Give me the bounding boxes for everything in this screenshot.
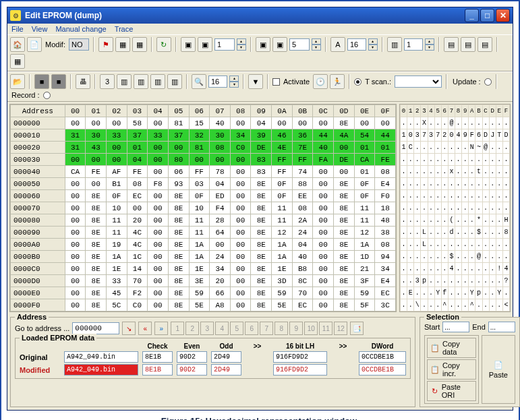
stop-a-icon[interactable]: ■	[34, 74, 49, 89]
hex-cell[interactable]: 70	[127, 275, 148, 287]
ascii-cell[interactable]: .	[448, 142, 455, 154]
hex-cell[interactable]: 1E	[106, 263, 127, 275]
ascii-cell[interactable]: T	[496, 129, 502, 142]
hex-cell[interactable]: 00	[230, 275, 251, 287]
ascii-cell[interactable]: L	[421, 227, 428, 239]
ascii-grid[interactable]: 0123456789ABCDEF...X...@........10373720…	[399, 104, 511, 312]
hex-cell[interactable]: 04	[251, 117, 272, 129]
hex-cell[interactable]: 19	[106, 239, 127, 251]
hex-cell[interactable]: 8E	[168, 251, 189, 263]
hex-cell[interactable]: 59	[272, 287, 293, 299]
ascii-cell[interactable]: .	[441, 166, 448, 178]
hex-cell[interactable]: 00	[230, 190, 251, 202]
ascii-cell[interactable]: 4	[448, 263, 455, 275]
ascii-cell[interactable]: x	[448, 166, 455, 178]
hex-cell[interactable]: 00	[313, 299, 334, 311]
hex-cell[interactable]: 00	[65, 275, 86, 287]
ascii-cell[interactable]: .	[414, 142, 421, 154]
hex-cell[interactable]: 8E	[251, 299, 272, 311]
stop-b-icon[interactable]: ■	[51, 74, 66, 89]
panel-nav-d-icon[interactable]: ▣	[272, 37, 287, 52]
view1-icon[interactable]: ▥	[117, 74, 132, 89]
ascii-cell[interactable]: .	[462, 117, 469, 129]
ascii-cell[interactable]: .	[434, 299, 441, 311]
ascii-cell[interactable]: f	[441, 287, 448, 299]
hex-cell[interactable]: 8E	[168, 263, 189, 275]
ascii-cell[interactable]: C	[407, 142, 414, 154]
ascii-cell[interactable]: @	[448, 117, 455, 129]
hex-cell[interactable]: 00	[148, 117, 169, 129]
hex-cell[interactable]: 8E	[168, 299, 189, 311]
ascii-cell[interactable]: .	[448, 202, 455, 214]
ascii-cell[interactable]: .	[401, 214, 407, 227]
ascii-cell[interactable]: .	[482, 287, 489, 299]
hex-cell[interactable]: 59	[354, 287, 375, 299]
ascii-cell[interactable]: .	[469, 117, 475, 129]
ascii-cell[interactable]: .	[455, 190, 462, 202]
doc-icon[interactable]: 📄	[27, 37, 42, 52]
ascii-cell[interactable]: .	[462, 263, 469, 275]
hex-cell[interactable]: 00	[230, 263, 251, 275]
hex-cell[interactable]: DE	[334, 154, 355, 166]
ascii-cell[interactable]: .	[428, 166, 434, 178]
ascii-cell[interactable]: .	[428, 263, 434, 275]
modif-field[interactable]	[69, 38, 89, 51]
ascii-cell[interactable]: .	[421, 154, 428, 166]
ascii-cell[interactable]: .	[401, 227, 407, 239]
ascii-cell[interactable]: .	[496, 202, 502, 214]
open-icon[interactable]: 📂	[10, 74, 25, 89]
hex-cell[interactable]: 1E	[272, 263, 293, 275]
ascii-cell[interactable]: .	[428, 117, 434, 129]
tscan-select[interactable]	[395, 76, 442, 88]
ascii-cell[interactable]: 8	[502, 227, 509, 239]
hex-cell[interactable]: 8E	[168, 275, 189, 287]
ascii-cell[interactable]: .	[469, 202, 475, 214]
hex-cell[interactable]: C0	[230, 142, 251, 154]
ascii-cell[interactable]: .	[489, 239, 496, 251]
ascii-cell[interactable]: H	[502, 214, 509, 227]
hex-cell[interactable]: 0F	[272, 178, 293, 190]
hex-cell[interactable]: 8E	[334, 263, 355, 275]
hex-cell[interactable]: 8E	[334, 178, 355, 190]
ascii-cell[interactable]: .	[434, 239, 441, 251]
ascii-cell[interactable]: .	[407, 117, 414, 129]
ascii-cell[interactable]: .	[489, 190, 496, 202]
ascii-cell[interactable]: .	[469, 239, 475, 251]
spin3-field[interactable]	[347, 38, 366, 51]
hex-cell[interactable]: 00	[230, 287, 251, 299]
ascii-cell[interactable]: .	[407, 299, 414, 311]
ascii-cell[interactable]: .	[455, 275, 462, 287]
ascii-cell[interactable]: .	[434, 178, 441, 190]
hex-cell[interactable]: 00	[230, 166, 251, 178]
hex-cell[interactable]: 28	[210, 214, 231, 227]
ascii-cell[interactable]: .	[482, 214, 489, 227]
hex-cell[interactable]: 00	[313, 117, 334, 129]
hex-cell[interactable]: 8E	[251, 178, 272, 190]
hex-cell[interactable]: 0F	[189, 190, 210, 202]
hex-cell[interactable]: 1A	[189, 251, 210, 263]
ascii-cell[interactable]: .	[414, 263, 421, 275]
ascii-cell[interactable]: .	[421, 202, 428, 214]
activate-checkbox[interactable]	[272, 78, 280, 86]
hex-cell[interactable]: 00	[106, 142, 127, 154]
ascii-cell[interactable]: .	[475, 202, 482, 214]
hex-cell[interactable]: 8E	[334, 299, 355, 311]
hex-cell[interactable]: 00	[148, 214, 169, 227]
ascii-cell[interactable]: .	[462, 214, 469, 227]
hex-cell[interactable]: 00	[148, 227, 169, 239]
hex-cell[interactable]: 00	[375, 117, 396, 129]
ascii-cell[interactable]: .	[421, 214, 428, 227]
ascii-cell[interactable]: .	[502, 154, 509, 166]
ascii-cell[interactable]: .	[421, 142, 428, 154]
ascii-cell[interactable]: .	[401, 287, 407, 299]
ascii-cell[interactable]: .	[482, 263, 489, 275]
hex-cell[interactable]: 00	[313, 263, 334, 275]
hex-cell[interactable]: 36	[292, 129, 313, 142]
font-icon[interactable]: A	[330, 37, 345, 52]
tool-e2-icon[interactable]: ▤	[461, 37, 475, 52]
hex-cell[interactable]: 10	[189, 202, 210, 214]
ascii-cell[interactable]: .	[455, 263, 462, 275]
ascii-cell[interactable]: .	[441, 202, 448, 214]
panel-nav-b-icon[interactable]: ▣	[198, 37, 212, 52]
hex-cell[interactable]: 00	[313, 202, 334, 214]
